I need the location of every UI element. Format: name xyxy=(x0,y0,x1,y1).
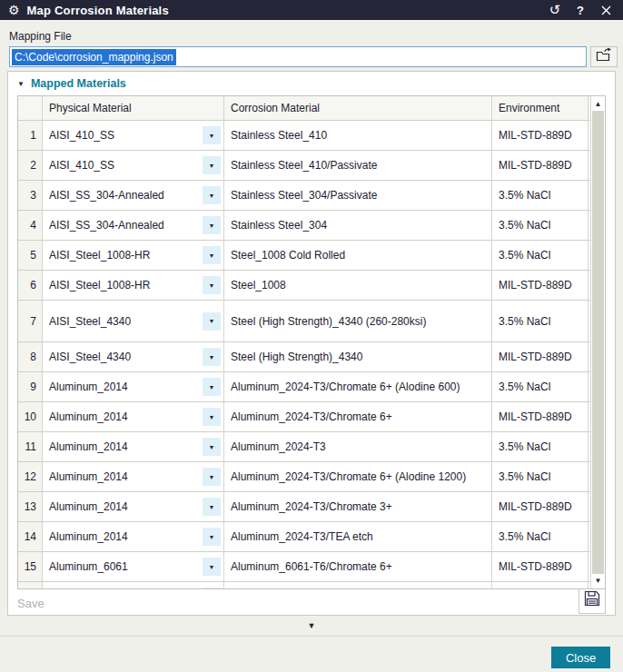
mapped-materials-section-toggle[interactable]: ▼ Mapped Materials xyxy=(8,72,615,95)
physical-material-dropdown[interactable]: Aluminum_6061▼ xyxy=(43,582,224,589)
environment-cell[interactable]: 3.5% NaCl xyxy=(492,462,588,491)
corrosion-material-cell[interactable]: Steel_1008 xyxy=(224,271,492,300)
corrosion-material-cell[interactable]: Aluminum_2024-T3 xyxy=(224,432,492,461)
close-button[interactable]: Close xyxy=(551,647,610,668)
mapping-file-input[interactable]: C:\Code\corrosion_mapping.json xyxy=(9,46,587,67)
scroll-down-icon[interactable]: ▼ xyxy=(591,574,605,588)
dropdown-button[interactable]: ▼ xyxy=(203,246,221,264)
physical-material-dropdown[interactable]: AISI_Steel_1008-HR▼ xyxy=(43,271,224,300)
environment-cell[interactable]: 3.5% NaCl xyxy=(492,301,588,341)
physical-material-dropdown[interactable]: AISI_SS_304-Annealed▼ xyxy=(43,181,224,210)
reset-icon[interactable]: ↺ xyxy=(546,1,564,19)
dropdown-button[interactable]: ▼ xyxy=(203,312,221,331)
physical-material-value: Aluminum_2014 xyxy=(49,380,128,393)
dropdown-button[interactable]: ▼ xyxy=(203,348,221,366)
help-icon[interactable]: ? xyxy=(571,1,589,19)
table-row: 10Aluminum_2014▼Aluminum_2024-T3/Chromat… xyxy=(18,402,590,432)
physical-material-dropdown[interactable]: Aluminum_2014▼ xyxy=(43,462,224,491)
table-row: 16Aluminum_6061▼Aluminum_6061-T6/Chromat… xyxy=(18,582,590,589)
dropdown-button[interactable]: ▼ xyxy=(203,468,221,486)
browse-file-button[interactable] xyxy=(590,46,618,67)
physical-material-value: AISI_Steel_1008-HR xyxy=(49,279,150,292)
physical-material-dropdown[interactable]: Aluminum_2014▼ xyxy=(43,432,224,461)
physical-material-dropdown[interactable]: Aluminum_2014▼ xyxy=(43,522,224,551)
physical-material-dropdown[interactable]: Aluminum_6061▼ xyxy=(43,552,224,581)
dropdown-button[interactable]: ▼ xyxy=(203,216,221,234)
environment-cell[interactable]: MIL-STD-889D xyxy=(492,151,588,180)
dropdown-button[interactable]: ▼ xyxy=(203,378,221,396)
environment-cell[interactable]: 3.5% NaCl xyxy=(492,372,588,401)
corrosion-material-cell[interactable]: Aluminum_2024-T3/Chromate 6+ (Alodine 12… xyxy=(224,462,492,491)
physical-material-dropdown[interactable]: AISI_410_SS▼ xyxy=(43,121,224,150)
row-number-cell: 6 xyxy=(18,271,43,300)
environment-cell[interactable]: MIL-STD-889D xyxy=(492,402,588,431)
physical-material-dropdown[interactable]: AISI_Steel_4340▼ xyxy=(43,342,224,371)
physical-material-value: AISI_SS_304-Annealed xyxy=(49,189,164,202)
titlebar: ⚙ Map Corrosion Materials ↺ ? xyxy=(0,0,623,20)
scrollbar-thumb[interactable] xyxy=(592,111,604,574)
corrosion-material-cell[interactable]: Aluminum_6061-T6/Chromate 3+ xyxy=(224,582,492,589)
physical-material-dropdown[interactable]: AISI_410_SS▼ xyxy=(43,151,224,180)
dropdown-button[interactable]: ▼ xyxy=(203,408,221,426)
environment-cell[interactable]: 3.5% NaCl xyxy=(492,181,588,210)
dialog-title: Map Corrosion Materials xyxy=(27,4,539,17)
dropdown-button[interactable]: ▼ xyxy=(203,126,221,144)
physical-material-dropdown[interactable]: Aluminum_2014▼ xyxy=(43,492,224,521)
dropdown-button[interactable]: ▼ xyxy=(203,276,221,294)
corrosion-material-cell[interactable]: Steel_1008 Cold Rolled xyxy=(224,241,492,270)
corrosion-material-cell[interactable]: Stainless Steel_410 xyxy=(224,121,492,150)
dropdown-button[interactable]: ▼ xyxy=(203,438,221,456)
panel-collapse-icon[interactable]: ▼ xyxy=(0,621,623,630)
row-number-cell: 12 xyxy=(18,462,43,491)
environment-cell[interactable]: MIL-STD-889D xyxy=(492,552,588,581)
row-number-cell: 15 xyxy=(18,552,43,581)
physical-material-dropdown[interactable]: Aluminum_2014▼ xyxy=(43,402,224,431)
chevron-down-icon: ▼ xyxy=(209,354,215,361)
row-number-cell: 4 xyxy=(18,211,43,240)
vertical-scrollbar[interactable]: ▲ ▼ xyxy=(590,96,605,588)
scroll-up-icon[interactable]: ▲ xyxy=(591,97,605,111)
environment-cell[interactable]: 3.5% NaCl xyxy=(492,211,588,240)
save-icon-button[interactable] xyxy=(578,587,606,614)
physical-material-dropdown[interactable]: AISI_Steel_1008-HR▼ xyxy=(43,241,224,270)
corrosion-material-cell[interactable]: Steel (High Strength)_4340 xyxy=(224,342,492,371)
chevron-down-icon: ▼ xyxy=(209,163,215,169)
physical-material-header: Physical Material xyxy=(43,96,224,120)
physical-material-dropdown[interactable]: AISI_Steel_4340▼ xyxy=(43,301,224,341)
corrosion-material-cell[interactable]: Steel (High Strength)_4340 (260-280ksi) xyxy=(224,301,492,341)
environment-cell[interactable]: 3.5% NaCl xyxy=(492,241,588,270)
close-icon[interactable] xyxy=(597,1,615,19)
environment-cell[interactable]: MIL-STD-889D xyxy=(492,342,588,371)
row-number-cell: 11 xyxy=(18,432,43,461)
corrosion-material-cell[interactable]: Stainless Steel_410/Passivate xyxy=(224,151,492,180)
corrosion-material-cell[interactable]: Stainless Steel_304/Passivate xyxy=(224,181,492,210)
environment-cell[interactable]: 3.5% NaCl xyxy=(492,522,588,551)
physical-material-value: Aluminum_2014 xyxy=(49,410,128,423)
corrosion-material-cell[interactable]: Stainless Steel_304 xyxy=(224,211,492,240)
dropdown-button[interactable]: ▼ xyxy=(203,498,221,516)
environment-cell[interactable]: 3.5% NaCl xyxy=(492,582,588,589)
corrosion-material-cell[interactable]: Aluminum_6061-T6/Chromate 6+ xyxy=(224,552,492,581)
open-folder-icon xyxy=(596,47,613,66)
save-button[interactable]: Save xyxy=(17,597,44,610)
physical-material-dropdown[interactable]: Aluminum_2014▼ xyxy=(43,372,224,401)
dropdown-button[interactable]: ▼ xyxy=(203,528,221,546)
corrosion-material-cell[interactable]: Aluminum_2024-T3/Chromate 6+ (Alodine 60… xyxy=(224,372,492,401)
environment-cell[interactable]: MIL-STD-889D xyxy=(492,271,588,300)
dropdown-button[interactable]: ▼ xyxy=(203,588,221,589)
corrosion-material-cell[interactable]: Aluminum_2024-T3/TEA etch xyxy=(224,522,492,551)
row-number-cell: 3 xyxy=(18,181,43,210)
physical-material-dropdown[interactable]: AISI_SS_304-Annealed▼ xyxy=(43,211,224,240)
table-row: 14Aluminum_2014▼Aluminum_2024-T3/TEA etc… xyxy=(18,522,590,552)
dropdown-button[interactable]: ▼ xyxy=(203,156,221,174)
environment-cell[interactable]: MIL-STD-889D xyxy=(492,121,588,150)
dropdown-button[interactable]: ▼ xyxy=(203,558,221,576)
row-number-cell: 10 xyxy=(18,402,43,431)
corrosion-material-cell[interactable]: Aluminum_2024-T3/Chromate 3+ xyxy=(224,492,492,521)
environment-cell[interactable]: MIL-STD-889D xyxy=(492,492,588,521)
dropdown-button[interactable]: ▼ xyxy=(203,186,221,204)
corrosion-material-cell[interactable]: Aluminum_2024-T3/Chromate 6+ xyxy=(224,402,492,431)
chevron-down-icon: ▼ xyxy=(209,444,215,450)
physical-material-value: AISI_Steel_1008-HR xyxy=(49,249,150,262)
environment-cell[interactable]: 3.5% NaCl xyxy=(492,432,588,461)
